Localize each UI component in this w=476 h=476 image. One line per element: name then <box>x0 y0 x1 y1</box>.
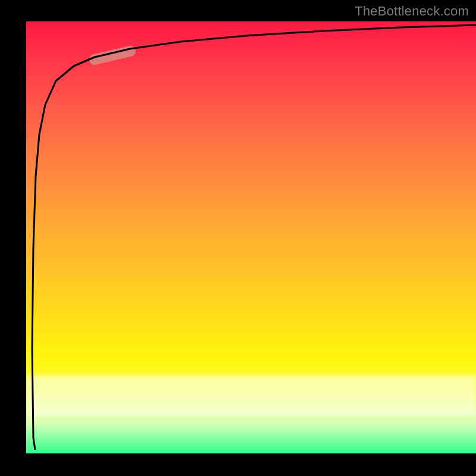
chart-frame: TheBottleneck.com <box>0 0 476 476</box>
plot-area <box>26 21 476 453</box>
curve-layer <box>26 21 476 453</box>
attribution-text: TheBottleneck.com <box>355 4 469 19</box>
curve-line <box>32 25 476 450</box>
